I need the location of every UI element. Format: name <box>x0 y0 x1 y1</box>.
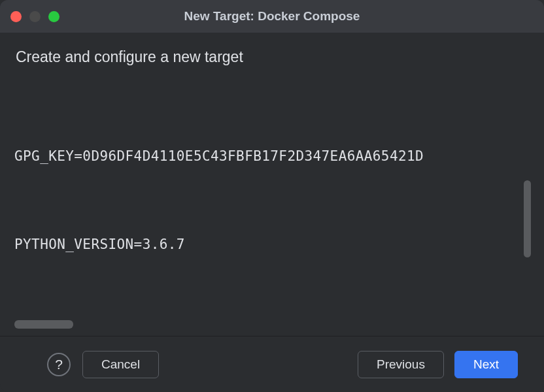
cancel-button[interactable]: Cancel <box>82 351 159 378</box>
footer-left: ? Cancel <box>47 351 159 378</box>
titlebar: New Target: Docker Compose <box>0 0 544 33</box>
minimize-window-icon <box>29 11 41 22</box>
maximize-window-icon[interactable] <box>48 11 60 22</box>
terminal-output: GPG_KEY=0D96DF4D4110E5C43FBFB17F2D347EA6… <box>12 79 532 316</box>
dialog-header: Create and configure a new target <box>0 33 544 79</box>
dialog-window: New Target: Docker Compose Create and co… <box>0 0 544 392</box>
help-button[interactable]: ? <box>47 353 71 376</box>
terminal-output-panel: GPG_KEY=0D96DF4D4110E5C43FBFB17F2D347EA6… <box>12 79 532 316</box>
horizontal-scrollbar-thumb[interactable] <box>14 320 73 329</box>
previous-button[interactable]: Previous <box>358 351 444 378</box>
window-title: New Target: Docker Compose <box>184 9 360 24</box>
dialog-footer: ? Cancel Previous Next <box>0 336 544 392</box>
horizontal-scrollbar[interactable] <box>12 320 532 331</box>
output-line: GPG_KEY=0D96DF4D4110E5C43FBFB17F2D347EA6… <box>14 142 530 171</box>
output-line: PYTHON_VERSION=3.6.7 <box>14 230 530 259</box>
content-area: GPG_KEY=0D96DF4D4110E5C43FBFB17F2D347EA6… <box>0 79 544 336</box>
window-controls <box>10 11 60 22</box>
vertical-scrollbar-thumb[interactable] <box>524 180 531 257</box>
next-button[interactable]: Next <box>454 351 518 378</box>
close-window-icon[interactable] <box>10 11 22 22</box>
